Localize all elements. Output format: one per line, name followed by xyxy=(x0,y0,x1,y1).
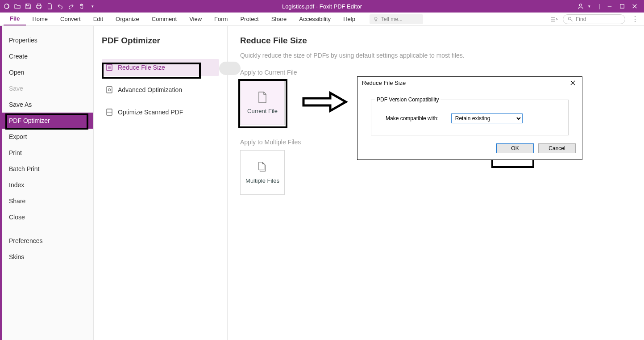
tell-me-search[interactable]: Tell me... xyxy=(370,14,423,24)
find-placeholder: Find xyxy=(576,16,586,22)
minimize-icon[interactable] xyxy=(607,3,613,9)
file-item-save-as[interactable]: Save As xyxy=(0,97,93,113)
quick-access-toolbar: ▾ xyxy=(0,3,96,9)
svg-point-1 xyxy=(579,4,582,6)
close-icon[interactable] xyxy=(632,3,638,9)
app-icon xyxy=(4,3,10,9)
tab-help[interactable]: Help xyxy=(337,13,361,25)
maximize-icon[interactable] xyxy=(619,3,625,9)
file-menu: Properties Create Open Save Save As PDF … xyxy=(0,26,94,340)
file-item-print[interactable]: Print xyxy=(0,145,93,161)
cancel-button[interactable]: Cancel xyxy=(538,143,576,153)
option-label: Optimize Scanned PDF xyxy=(118,109,183,116)
svg-point-3 xyxy=(374,17,377,20)
optimizer-heading: PDF Optimizer xyxy=(102,36,219,46)
search-icon xyxy=(568,17,573,22)
ribbon-tabs: File Home Convert Edit Organize Comment … xyxy=(0,13,644,26)
page-icon[interactable] xyxy=(46,3,53,9)
file-item-save: Save xyxy=(0,80,93,97)
option-reduce-file-size[interactable]: Reduce File Size xyxy=(102,59,219,76)
scanner-icon xyxy=(105,108,113,116)
option-label: Reduce File Size xyxy=(118,64,165,71)
dialog-titlebar: Reduce File Size xyxy=(357,77,582,89)
file-item-pdf-optimizer[interactable]: PDF Optimizer xyxy=(0,113,93,129)
print-icon[interactable] xyxy=(36,3,42,9)
option-optimize-scanned[interactable]: Optimize Scanned PDF xyxy=(102,104,219,121)
svg-rect-6 xyxy=(107,87,112,93)
compatible-with-select[interactable]: Retain existing xyxy=(451,113,523,123)
tab-home[interactable]: Home xyxy=(26,13,54,25)
find-input[interactable]: Find xyxy=(563,14,625,24)
dialog-close-button[interactable] xyxy=(568,80,578,86)
groupbox-legend: PDF Version Compatibility xyxy=(375,97,440,103)
tab-protect[interactable]: Protect xyxy=(234,13,265,25)
tab-form[interactable]: Form xyxy=(208,13,234,25)
file-menu-separator xyxy=(9,229,84,229)
save-icon[interactable] xyxy=(25,3,31,9)
detail-description: Quickly reduce the size of PDFs by using… xyxy=(240,52,632,59)
option-label: Advanced Optimization xyxy=(118,86,182,93)
compress-icon xyxy=(105,63,113,71)
open-icon[interactable] xyxy=(14,3,21,9)
tell-me-placeholder: Tell me... xyxy=(381,16,403,22)
optimizer-detail-panel: Reduce File Size Quickly reduce the size… xyxy=(228,26,644,340)
ok-button[interactable]: OK xyxy=(496,143,534,153)
undo-icon[interactable] xyxy=(57,3,63,9)
file-item-export[interactable]: Export xyxy=(0,129,93,145)
tile-label: Multiple Files xyxy=(245,177,279,184)
file-item-skins[interactable]: Skins xyxy=(0,249,93,265)
file-item-share[interactable]: Share xyxy=(0,193,93,209)
ribbon-options-icon[interactable] xyxy=(550,16,558,22)
tab-comment[interactable]: Comment xyxy=(145,13,183,25)
user-icon[interactable] xyxy=(578,3,584,9)
svg-point-4 xyxy=(569,17,571,20)
detail-heading: Reduce File Size xyxy=(240,36,632,46)
tile-label: Current File xyxy=(247,108,278,114)
file-icon xyxy=(258,92,267,103)
compatible-with-label: Make compatible with: xyxy=(386,115,439,122)
tab-file[interactable]: File xyxy=(4,13,26,25)
advanced-icon xyxy=(105,86,113,94)
tab-convert[interactable]: Convert xyxy=(54,13,87,25)
file-item-create[interactable]: Create xyxy=(0,48,93,64)
svg-point-7 xyxy=(108,89,111,91)
bulb-icon xyxy=(373,17,378,22)
section-current-label: Apply to Current File xyxy=(240,69,632,76)
tab-accessibility[interactable]: Accessibility xyxy=(293,13,337,25)
tab-view[interactable]: View xyxy=(183,13,208,25)
reduce-file-size-dialog: Reduce File Size PDF Version Compatibili… xyxy=(357,76,582,160)
hand-icon[interactable] xyxy=(79,3,85,9)
svg-point-0 xyxy=(4,4,9,9)
file-item-properties[interactable]: Properties xyxy=(0,32,93,48)
pdf-version-groupbox: PDF Version Compatibility Make compatibl… xyxy=(371,100,569,135)
window-title: Logistics.pdf - Foxit PDF Editor xyxy=(282,3,362,10)
qat-dropdown-icon[interactable]: ▾ xyxy=(89,3,96,9)
file-item-batch-print[interactable]: Batch Print xyxy=(0,161,93,177)
overflow-icon[interactable]: ⋮ xyxy=(630,15,640,23)
window-controls: ▾ | xyxy=(578,3,644,9)
user-dropdown-icon[interactable]: ▾ xyxy=(586,3,593,9)
tile-current-file[interactable]: Current File xyxy=(240,80,285,125)
file-item-preferences[interactable]: Preferences xyxy=(0,233,93,249)
files-icon xyxy=(258,161,267,173)
optimizer-options-panel: PDF Optimizer Reduce File Size Advanced … xyxy=(94,26,228,340)
tab-share[interactable]: Share xyxy=(265,13,293,25)
annotation-arrow xyxy=(301,88,350,115)
titlebar: ▾ Logistics.pdf - Foxit PDF Editor ▾ | xyxy=(0,0,644,13)
tab-edit[interactable]: Edit xyxy=(87,13,109,25)
redo-icon[interactable] xyxy=(68,3,74,9)
file-item-index[interactable]: Index xyxy=(0,177,93,193)
tab-organize[interactable]: Organize xyxy=(109,13,145,25)
file-item-close[interactable]: Close xyxy=(0,209,93,225)
option-advanced-optimization[interactable]: Advanced Optimization xyxy=(102,81,219,98)
dialog-title-text: Reduce File Size xyxy=(362,80,406,86)
tile-multiple-files[interactable]: Multiple Files xyxy=(240,150,285,195)
file-item-open[interactable]: Open xyxy=(0,64,93,80)
svg-rect-2 xyxy=(620,4,624,8)
backstage-view: Properties Create Open Save Save As PDF … xyxy=(0,26,644,340)
